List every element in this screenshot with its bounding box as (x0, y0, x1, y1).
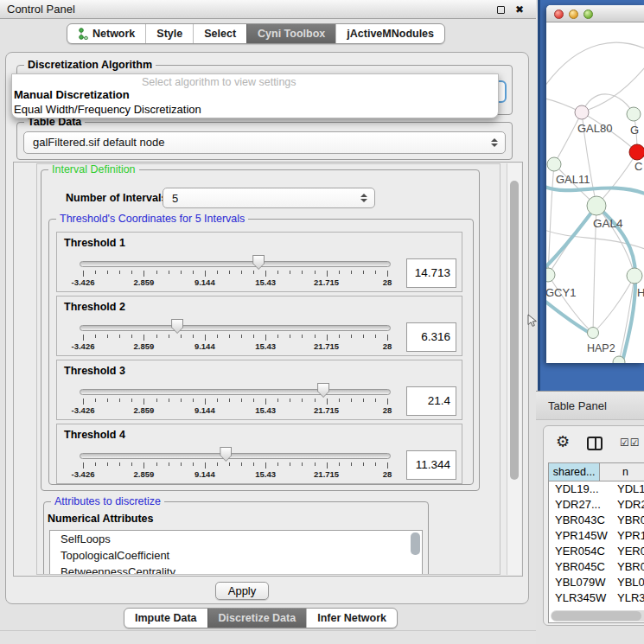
table-row[interactable]: YBL079WYBL0 (549, 575, 644, 590)
tab-select[interactable]: Select (193, 24, 246, 43)
tab-discretize-data[interactable]: Discretize Data (207, 609, 307, 628)
checked-checkbox-icon[interactable]: ☑☑ (620, 437, 641, 449)
slider-track[interactable] (80, 389, 391, 395)
network-edge-highlighted[interactable] (546, 187, 644, 194)
table-data-combobox[interactable]: galFiltered.sif default node (23, 131, 506, 154)
float-icon[interactable] (497, 6, 505, 14)
slider-tick (143, 462, 144, 469)
slider-tick (363, 462, 364, 466)
tab-cyni-toolbox[interactable]: Cyni Toolbox (246, 24, 335, 43)
slider-tick (193, 462, 194, 466)
minimize-light-icon[interactable] (569, 10, 578, 19)
gear-icon[interactable]: ⚙ (556, 433, 570, 450)
tab-style[interactable]: Style (145, 24, 193, 43)
network-node-gal80[interactable] (575, 105, 589, 119)
slider-thumb[interactable] (317, 383, 329, 398)
slider-tick (315, 462, 316, 466)
slider-tick (95, 335, 96, 338)
tab-jactivemnodules[interactable]: jActiveMNodules (335, 24, 444, 43)
slider-tick (181, 335, 182, 338)
table-row[interactable]: YBR043CYBR0 (549, 513, 644, 528)
network-edge[interactable] (548, 275, 593, 333)
network-edge-highlighted[interactable] (546, 206, 596, 268)
network-node-label: H (637, 286, 644, 299)
network-edge[interactable] (554, 112, 582, 164)
table-row[interactable]: YLR345WYLR3 (549, 590, 644, 606)
network-edge[interactable] (596, 152, 637, 206)
table-panel: ⚙ ☑☑ shared... n YDL19...YDL1YDR27...YDR… (543, 425, 644, 626)
network-edge-highlighted[interactable] (596, 206, 635, 275)
horizontal-scrollbar-track[interactable] (551, 610, 644, 622)
network-node-g[interactable] (627, 107, 641, 121)
apply-button[interactable]: Apply (215, 582, 269, 600)
table-row[interactable]: YIL052CYIL0 (549, 606, 644, 609)
slider-track[interactable] (80, 325, 391, 331)
numerical-attributes-list[interactable]: SelfLoopsTopologicalCoefficientBetweenne… (49, 530, 423, 575)
table-row[interactable]: YDL19...YDL1 (549, 481, 644, 497)
vertical-scrollbar-thumb[interactable] (510, 181, 519, 480)
columns-icon[interactable] (587, 437, 603, 450)
network-edge-highlighted[interactable] (546, 301, 590, 333)
network-node-c[interactable] (629, 144, 644, 160)
slider-tick (143, 335, 144, 341)
slider-tick-label: 15.43 (255, 469, 276, 479)
network-edge[interactable] (586, 67, 644, 111)
network-node-gal11[interactable] (547, 157, 561, 171)
network-window-titlebar[interactable] (546, 5, 644, 22)
network-edge[interactable] (593, 276, 634, 333)
network-edge[interactable] (582, 94, 634, 114)
threshold-label: Threshold 3 (64, 365, 125, 377)
number-of-intervals-combobox[interactable]: 5 (163, 188, 375, 208)
list-scrollbar[interactable] (411, 532, 420, 555)
node-table[interactable]: shared... n YDL19...YDL1YDR27...YDR2YBR0… (548, 462, 644, 623)
network-edge[interactable] (546, 42, 644, 86)
zoom-light-icon[interactable] (583, 10, 593, 19)
algorithm-option-manual-discretization[interactable]: Manual Discretization (14, 87, 130, 102)
threshold-value-field[interactable]: 14.713 (406, 258, 456, 288)
algorithm-hint-text: Select algorithm to view settings (142, 76, 296, 88)
slider-thumb[interactable] (252, 255, 265, 270)
network-node-label: G (630, 124, 639, 137)
slider-tick (339, 335, 340, 338)
table-row[interactable]: YPR145WYPR1 (549, 528, 644, 544)
attribute-item-topologicalcoefficient[interactable]: TopologicalCoefficient (50, 547, 422, 564)
slider-track[interactable] (80, 453, 391, 459)
network-node-hap2[interactable] (588, 328, 599, 339)
tab-network[interactable]: Network (67, 24, 145, 43)
attribute-item-betweennesscentrality[interactable]: BetweennessCentrality (50, 564, 422, 575)
horizontal-scrollbar-thumb[interactable] (552, 611, 641, 621)
table-row[interactable]: YBR045CYBR0 (549, 559, 644, 575)
slider-tick (217, 399, 218, 402)
table-row[interactable]: YDR27...YDR2 (549, 497, 644, 513)
column-header-name[interactable]: n (600, 463, 644, 481)
table-row[interactable]: YER054CYER0 (549, 544, 644, 559)
threshold-value-field[interactable]: 6.316 (406, 322, 456, 352)
column-header-shared-name[interactable]: shared... (549, 463, 600, 481)
threshold-value-field[interactable]: 11.344 (406, 450, 456, 480)
slider-tick (156, 399, 157, 402)
close-light-icon[interactable] (554, 10, 564, 19)
network-node-h[interactable] (627, 268, 642, 284)
slider-track[interactable] (80, 261, 391, 267)
number-of-intervals-label: Number of Intervals (66, 192, 167, 204)
slider-tick (315, 335, 316, 338)
cyni-toolbox-panel: Discretization Algorithm Table Data galF… (5, 52, 529, 604)
network-node-gal4[interactable] (587, 196, 606, 215)
slider-tick (229, 335, 230, 338)
attributes-group-label: Attributes to discretize (51, 495, 164, 507)
slider-tick-label: 28 (383, 469, 392, 479)
tab-label: Style (156, 24, 182, 43)
slider-thumb[interactable] (220, 447, 232, 462)
slider-thumb[interactable] (171, 319, 183, 334)
network-edge-highlighted[interactable] (622, 275, 635, 363)
algorithm-option-equal-width-frequency-discretization[interactable]: Equal Width/Frequency Discretization (14, 102, 201, 117)
network-icon (78, 28, 88, 40)
close-icon[interactable]: ✖ (515, 0, 524, 19)
attribute-item-selfloops[interactable]: SelfLoops (50, 531, 422, 547)
network-canvas[interactable]: GAL80GCGAL11GAL4GCY1HHAP2 (546, 22, 644, 363)
vertical-scrollbar-track[interactable] (507, 163, 521, 575)
threshold-value-field[interactable]: 21.4 (406, 386, 456, 416)
tab-impute-data[interactable]: Impute Data (124, 609, 207, 628)
tab-infer-network[interactable]: Infer Network (306, 609, 397, 628)
network-node-gcy1[interactable] (546, 268, 555, 282)
